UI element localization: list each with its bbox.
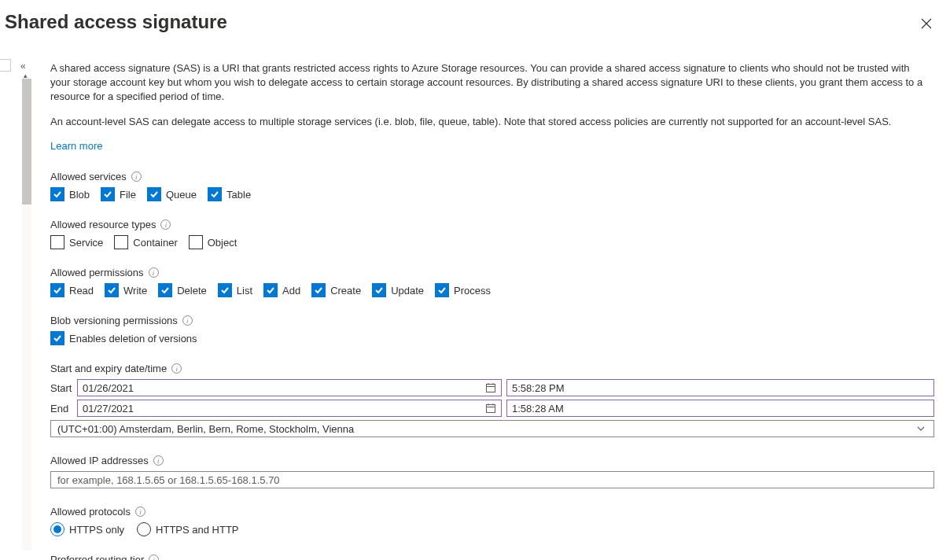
checkbox-label: List [237,285,252,297]
checkbox-container[interactable]: Container [114,235,177,249]
checkbox-label: Enables deletion of versions [69,333,197,344]
info-icon[interactable]: i [171,363,182,374]
allowed-ip-label-text: Allowed IP addresses [50,455,149,466]
allowed-permissions-row: Read Write Delete List Add Create Update… [50,283,934,297]
allowed-permissions-label: Allowed permissions i [50,267,934,278]
checkbox-enable-deletion-versions[interactable]: Enables deletion of versions [50,331,197,345]
end-time-input[interactable]: 1:58:28 AM [506,400,934,417]
allowed-protocols-label: Allowed protocols i [50,506,934,518]
checkbox-label: Blob [69,189,90,201]
start-label: Start [50,382,77,394]
checkbox-label: Create [330,285,361,297]
checkbox-label: Service [69,237,103,249]
checkbox-icon [158,283,172,297]
checkbox-icon [105,283,119,297]
checkbox-delete[interactable]: Delete [158,283,207,297]
intro-paragraph-1: A shared access signature (SAS) is a URI… [50,61,931,104]
page-title: Shared access signature [0,0,950,33]
checkbox-read[interactable]: Read [50,283,94,297]
calendar-icon[interactable] [485,382,496,396]
allowed-ip-input[interactable]: for example, 168.1.5.65 or 168.1.5.65-16… [50,471,934,488]
checkbox-create[interactable]: Create [311,283,361,297]
checkbox-queue[interactable]: Queue [147,187,197,201]
checkbox-icon [50,235,64,249]
collapse-chevron-icon[interactable]: « [20,61,26,72]
datetime-block: Start 01/26/2021 5:58:28 PM End 01/27/20… [50,379,934,437]
start-time-value: 5:58:28 PM [512,382,565,394]
checkbox-file[interactable]: File [101,187,136,201]
start-date-value: 01/26/2021 [83,382,134,394]
info-icon[interactable]: i [149,267,159,278]
end-date-value: 01/27/2021 [83,403,134,414]
checkbox-write[interactable]: Write [105,283,147,297]
svg-rect-4 [487,405,495,413]
scrollbar-thumb[interactable] [22,79,31,204]
checkbox-blob[interactable]: Blob [50,187,90,201]
info-icon[interactable]: i [153,455,164,466]
checkbox-label: Object [208,237,238,249]
checkbox-label: Queue [166,189,197,201]
main-content: A shared access signature (SAS) is a URI… [50,61,934,560]
checkbox-table[interactable]: Table [208,187,251,201]
checkbox-icon [101,187,115,201]
allowed-resource-types-row: Service Container Object [50,235,934,249]
radio-label: HTTPS only [69,524,124,536]
learn-more-link[interactable]: Learn more [50,140,102,152]
checkbox-label: Read [69,285,94,297]
checkbox-label: Update [391,285,424,297]
info-icon[interactable]: i [149,554,159,560]
checkbox-icon [147,187,161,201]
end-time-value: 1:58:28 AM [512,403,564,414]
start-time-input[interactable]: 5:58:28 PM [506,379,934,396]
checkbox-update[interactable]: Update [372,283,424,297]
checkbox-label: Table [226,189,251,201]
timezone-value: (UTC+01:00) Amsterdam, Berlin, Bern, Rom… [57,423,354,435]
checkbox-service[interactable]: Service [50,235,103,249]
allowed-protocols-label-text: Allowed protocols [50,506,131,518]
blob-versioning-label: Blob versioning permissions i [50,315,934,326]
allowed-services-label-text: Allowed services [50,171,127,182]
collapse-panel-handle[interactable] [0,59,11,72]
allowed-permissions-label-text: Allowed permissions [50,267,144,278]
left-gutter: « ▴ [0,59,33,554]
info-icon[interactable]: i [182,315,193,326]
close-button[interactable] [920,17,936,33]
info-icon[interactable]: i [135,507,145,517]
checkbox-icon [372,283,386,297]
checkbox-label: Container [133,237,177,249]
checkbox-process[interactable]: Process [435,283,491,297]
checkbox-icon [189,235,203,249]
end-date-input[interactable]: 01/27/2021 [77,400,502,417]
checkbox-object[interactable]: Object [189,235,238,249]
calendar-icon[interactable] [485,403,496,416]
checkbox-add[interactable]: Add [263,283,300,297]
allowed-ip-placeholder: for example, 168.1.5.65 or 168.1.5.65-16… [57,474,280,486]
checkbox-icon [50,187,64,201]
checkbox-icon [218,283,232,297]
radio-icon [137,522,151,536]
checkbox-icon [114,235,128,249]
allowed-resource-types-label: Allowed resource types i [50,219,934,230]
checkbox-label: File [120,189,136,201]
checkbox-label: Add [282,285,300,297]
info-icon[interactable]: i [160,219,171,230]
info-icon[interactable]: i [131,171,142,182]
checkbox-label: Delete [177,285,207,297]
checkbox-label: Process [454,285,491,297]
timezone-select[interactable]: (UTC+01:00) Amsterdam, Berlin, Bern, Rom… [50,420,934,437]
radio-https-and-http[interactable]: HTTPS and HTTP [137,522,238,536]
close-icon [920,17,933,30]
checkbox-list[interactable]: List [218,283,252,297]
routing-tier-label: Preferred routing tier i [50,554,934,560]
allowed-protocols-row: HTTPS only HTTPS and HTTP [50,522,934,536]
allowed-services-label: Allowed services i [50,171,934,182]
checkbox-icon [208,187,222,201]
intro-paragraph-2: An account-level SAS can delegate access… [50,115,934,129]
checkbox-icon [311,283,326,297]
datetime-label: Start and expiry date/time i [50,363,934,374]
radio-https-only[interactable]: HTTPS only [50,522,124,536]
start-date-input[interactable]: 01/26/2021 [77,379,502,396]
blob-versioning-label-text: Blob versioning permissions [50,315,178,326]
checkbox-icon [263,283,278,297]
checkbox-icon [50,283,64,297]
